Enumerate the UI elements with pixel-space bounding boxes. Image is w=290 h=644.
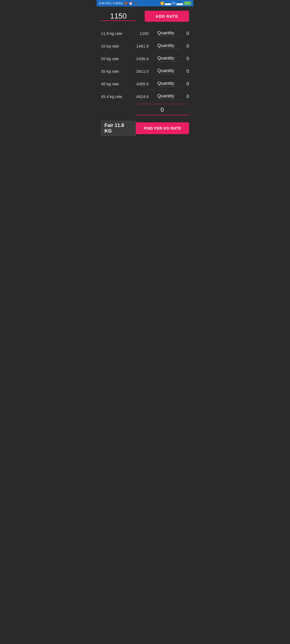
battery-icon: 24% — [184, 1, 191, 5]
signal-icon-2: ▄▄▄ — [177, 2, 183, 5]
quantity-label-4: Quantity — [157, 81, 180, 87]
fair-label: Fair 11.8 KG — [101, 121, 136, 136]
quantity-value-3: 0 — [182, 69, 189, 74]
separator: | — [111, 2, 112, 5]
rate-value-3: 3411.0 — [134, 69, 149, 74]
table-row: 45 kg rate 4385.6 Quantity 0 — [101, 78, 189, 90]
rate-label-2: 25 kg rate — [101, 56, 125, 61]
table-row: 15 kg rate 1461.9 Quantity 0 — [101, 40, 189, 52]
rate-label-1: 15 kg rate — [101, 44, 125, 48]
quantity-section-4: Quantity 0 — [157, 81, 189, 87]
table-row: 35 kg rate 3411.0 Quantity 0 — [101, 65, 189, 78]
quantity-value-5: 0 — [182, 94, 189, 99]
rate-value-1: 1461.9 — [134, 44, 149, 48]
quantity-value-2: 0 — [182, 56, 189, 61]
total-divider — [135, 104, 189, 104]
rate-value-5: 4424.6 — [134, 94, 149, 99]
quantity-section-2: Quantity 0 — [157, 56, 189, 62]
mute-icon: 🔕 — [124, 2, 128, 5]
rate-value-4: 4385.6 — [134, 82, 149, 86]
time-label: 4:46 PM — [99, 2, 110, 5]
main-content: ADD RATE 11.8 kg rate 1150 Quantity 0 15… — [97, 6, 193, 141]
status-left: 4:46 PM | 0.6KB/s 🔕 ⏰ 🎧 · — [99, 2, 139, 5]
rate-label-5: 45.4 kg rate — [101, 94, 125, 99]
alarm-icon: ⏰ — [129, 2, 133, 5]
top-row: ADD RATE — [101, 11, 189, 22]
total-container: 0 — [101, 104, 189, 115]
find-rate-button[interactable]: FIND PER KG RATE — [136, 122, 189, 134]
quantity-value-1: 0 — [182, 43, 189, 49]
quantity-label-3: Quantity — [157, 68, 180, 74]
rate-label-4: 45 kg rate — [101, 82, 125, 86]
rate-rows: 11.8 kg rate 1150 Quantity 0 15 kg rate … — [101, 27, 189, 103]
table-row: 45.4 kg rate 4424.6 Quantity 0 — [101, 90, 189, 103]
rate-label-3: 35 kg rate — [101, 69, 125, 74]
quantity-section-0: Quantity 0 — [157, 30, 189, 36]
headset-icon: 🎧 — [134, 2, 137, 5]
status-right: 📶 ▄▄▄ 4G ▄▄▄ 24% — [160, 1, 191, 5]
rate-value-2: 2436.4 — [134, 56, 149, 61]
quantity-label-0: Quantity — [157, 30, 180, 36]
quantity-value-4: 0 — [182, 81, 189, 87]
rate-input[interactable] — [101, 12, 136, 21]
network-type-label: 4G — [172, 2, 176, 5]
table-row: 11.8 kg rate 1150 Quantity 0 — [101, 27, 189, 40]
quantity-section-3: Quantity 0 — [157, 68, 189, 74]
bottom-row: Fair 11.8 KG FIND PER KG RATE — [101, 121, 189, 136]
add-rate-button[interactable]: ADD RATE — [145, 11, 189, 22]
rate-input-container — [101, 12, 136, 21]
rate-value-0: 1150 — [134, 31, 149, 36]
quantity-section-1: Quantity 0 — [157, 43, 189, 49]
total-section: 0 — [135, 104, 189, 115]
rate-label-0: 11.8 kg rate — [101, 31, 125, 36]
quantity-value-0: 0 — [182, 31, 189, 36]
dot-icon: · — [139, 2, 139, 5]
quantity-label-5: Quantity — [157, 93, 180, 100]
wifi-icon: 📶 — [160, 2, 164, 5]
quantity-label-2: Quantity — [157, 56, 180, 62]
network-speed-label: 0.6KB/s — [113, 2, 123, 5]
status-bar: 4:46 PM | 0.6KB/s 🔕 ⏰ 🎧 · 📶 ▄▄▄ 4G ▄▄▄ 2… — [97, 0, 193, 6]
quantity-section-5: Quantity 0 — [157, 93, 189, 100]
total-value: 0 — [135, 105, 189, 115]
table-row: 25 kg rate 2436.4 Quantity 0 — [101, 52, 189, 65]
signal-icon: ▄▄▄ — [165, 2, 171, 5]
quantity-label-1: Quantity — [157, 43, 180, 49]
